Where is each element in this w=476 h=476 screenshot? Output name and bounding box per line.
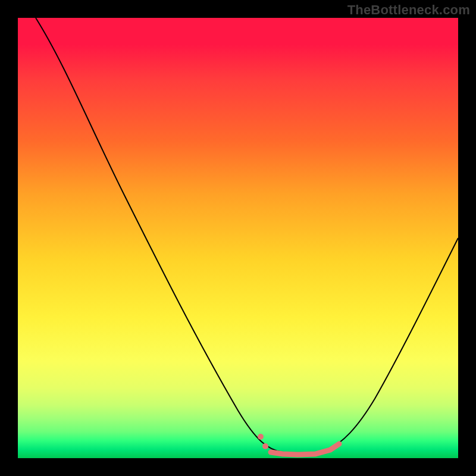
marker-dot <box>262 443 268 449</box>
plot-gradient-area <box>18 18 458 458</box>
optimal-range-marker <box>271 444 339 455</box>
bottleneck-curve <box>18 18 458 458</box>
watermark-text: TheBottleneck.com <box>347 2 470 18</box>
marker-dot <box>258 434 264 440</box>
chart-frame: TheBottleneck.com <box>0 0 476 476</box>
curve-path <box>36 18 458 454</box>
